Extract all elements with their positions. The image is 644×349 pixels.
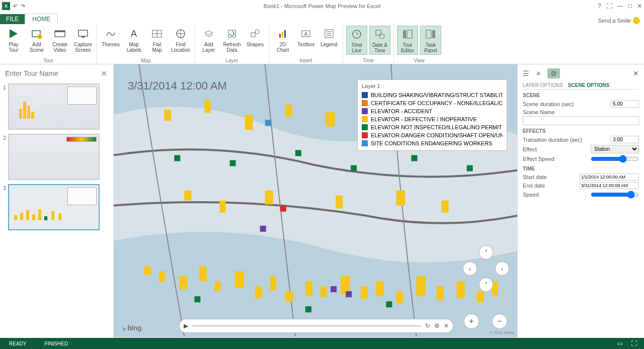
svg-rect-60 [437, 286, 444, 300]
textbox-button[interactable]: ATextbox [295, 26, 316, 54]
svg-rect-39 [38, 209, 41, 220]
nav-up-button[interactable]: ˄ [479, 245, 493, 259]
view-normal-icon[interactable]: ▭ [617, 340, 623, 347]
map-copyright: © 2013 Nokia [490, 330, 514, 335]
tab-file[interactable]: FILE [0, 14, 25, 24]
nav-down-button[interactable]: ˅ [479, 278, 493, 292]
2d-chart-button[interactable]: 2DChart [272, 26, 293, 54]
scene-thumb-2[interactable]: 2 [3, 134, 110, 180]
minimize-icon[interactable]: — [617, 3, 623, 10]
status-finished: FINISHED [35, 341, 77, 346]
effect-select[interactable]: Station [591, 145, 639, 153]
tab-home[interactable]: HOME [25, 14, 58, 24]
tour-name-input[interactable] [3, 67, 98, 79]
tour-editor-button[interactable]: TourEditor [397, 26, 418, 55]
scene-settings-icon[interactable]: ⚙ [547, 68, 560, 78]
themes-button[interactable]: Themes [100, 26, 121, 54]
svg-rect-16 [279, 34, 281, 38]
svg-rect-53 [305, 281, 312, 296]
shapes-button[interactable]: Shapes [245, 26, 266, 54]
svg-rect-84 [386, 301, 392, 307]
view-full-icon[interactable]: ⛶ [631, 340, 637, 347]
excel-icon: X [2, 2, 10, 10]
find-location-button[interactable]: FindLocation [170, 26, 192, 54]
label-start-date: Start date [523, 174, 547, 180]
timeline-track[interactable] [192, 325, 421, 327]
label-effect: Effect [523, 146, 537, 152]
svg-rect-36 [20, 213, 23, 220]
date-time-button[interactable]: Date &Time [369, 26, 390, 55]
transition-duration-input[interactable] [611, 136, 639, 143]
close-pane-icon[interactable]: ✕ [633, 69, 639, 77]
workspace: ✕ 1 2 3 [0, 64, 644, 338]
timeline-button[interactable]: TimeLine [346, 26, 367, 55]
end-date-input[interactable] [580, 182, 639, 189]
nav-right-button[interactable]: › [495, 261, 509, 276]
layers-icon[interactable]: ☰ [523, 69, 529, 77]
flat-map-button[interactable]: FlatMap [146, 26, 168, 54]
undo-icon[interactable]: ↶ [13, 3, 18, 10]
svg-rect-46 [179, 276, 187, 289]
ribbon-group-tour: PlayTour +AddScene CreateVideo CaptureSc… [0, 24, 97, 64]
svg-rect-61 [457, 281, 465, 298]
legend-label: BUILDING SHAKING/VIBRATING/STRUCT STABIL… [371, 92, 503, 98]
svg-rect-51 [270, 276, 276, 290]
zoom-out-button[interactable]: − [492, 314, 507, 329]
speed-slider[interactable] [591, 191, 639, 199]
legend-title: Layer 1 [362, 83, 503, 89]
map-view[interactable]: 3/31/2014 12:00 AM Layer 1 BUILDING SHAK… [114, 64, 517, 338]
ribbon-options-icon[interactable]: ⛶ [606, 3, 612, 10]
legend-item: SITE CONDITIONS ENDANGERING WORKERS [362, 139, 503, 147]
close-scenes-icon[interactable]: ✕ [98, 69, 110, 78]
task-panel-button[interactable]: TaskPanel [420, 26, 441, 55]
scene-duration-input[interactable] [611, 100, 639, 108]
timeline-control[interactable]: ▶ ↻ ⚙ ✕ [179, 319, 453, 333]
legend-swatch [362, 132, 368, 138]
title-bar: X ↶ ↷ Book1 - Microsoft Power Map Previe… [0, 0, 644, 12]
tab-layer-options[interactable]: LAYER OPTIONS [523, 81, 563, 89]
add-layer-button[interactable]: AddLayer [198, 26, 219, 54]
svg-rect-73 [336, 196, 343, 209]
close-icon[interactable]: ✕ [637, 3, 642, 10]
start-date-input[interactable] [580, 173, 639, 181]
svg-rect-50 [255, 286, 262, 298]
maximize-icon[interactable]: □ [628, 3, 632, 10]
map-labels-button[interactable]: AMapLabels [123, 26, 144, 54]
list-icon[interactable]: ≡ [536, 69, 540, 77]
zoom-in-button[interactable]: + [464, 314, 479, 329]
play-tour-button[interactable]: PlayTour [3, 26, 24, 54]
add-scene-button[interactable]: +AddScene [26, 26, 47, 54]
scene-thumb-1[interactable]: 1 [3, 83, 110, 130]
legend-button[interactable]: Legend [318, 26, 340, 54]
redo-icon[interactable]: ↷ [21, 3, 25, 10]
send-a-smile[interactable]: Send a Smile [598, 17, 640, 24]
label-speed: Speed [523, 192, 539, 198]
svg-rect-77 [230, 160, 236, 166]
svg-rect-7 [82, 36, 85, 38]
svg-rect-38 [32, 214, 35, 220]
ribbon-group-time: TimeLine Date &Time Time [343, 24, 394, 64]
svg-rect-30 [403, 30, 406, 38]
svg-rect-64 [164, 110, 171, 121]
scene-name-input[interactable] [523, 116, 639, 125]
legend-label: CERTIFICATE OF OCCUPANCY - NONE/ILLEGAL/… [371, 100, 503, 106]
legend-panel[interactable]: Layer 1 BUILDING SHAKING/VIBRATING/STRUC… [357, 79, 507, 151]
svg-rect-86 [331, 286, 337, 292]
scene-thumb-3[interactable]: 3 [3, 184, 110, 230]
legend-swatch [362, 108, 368, 114]
loop-icon[interactable]: ↻ [425, 322, 430, 329]
legend-label: ELEVATOR - DEFECTIVE / INOPERATIVE [371, 116, 477, 122]
ribbon-group-layer: AddLayer RefreshData Shapes Layer [195, 24, 269, 64]
svg-rect-72 [265, 191, 273, 205]
help-icon[interactable]: ? [598, 3, 601, 10]
settings-icon[interactable]: ⚙ [434, 322, 440, 329]
refresh-data-button[interactable]: RefreshData [221, 26, 243, 54]
label-end-date: End date [523, 183, 545, 189]
create-video-button[interactable]: CreateVideo [49, 26, 70, 54]
capture-screen-button[interactable]: CaptureScreen [72, 26, 94, 54]
tab-scene-options[interactable]: SCENE OPTIONS [568, 81, 609, 89]
play-icon[interactable]: ▶ [184, 322, 188, 329]
effect-speed-slider[interactable] [591, 155, 639, 163]
close-timeline-icon[interactable]: ✕ [444, 322, 449, 329]
nav-left-button[interactable]: ‹ [463, 261, 477, 276]
